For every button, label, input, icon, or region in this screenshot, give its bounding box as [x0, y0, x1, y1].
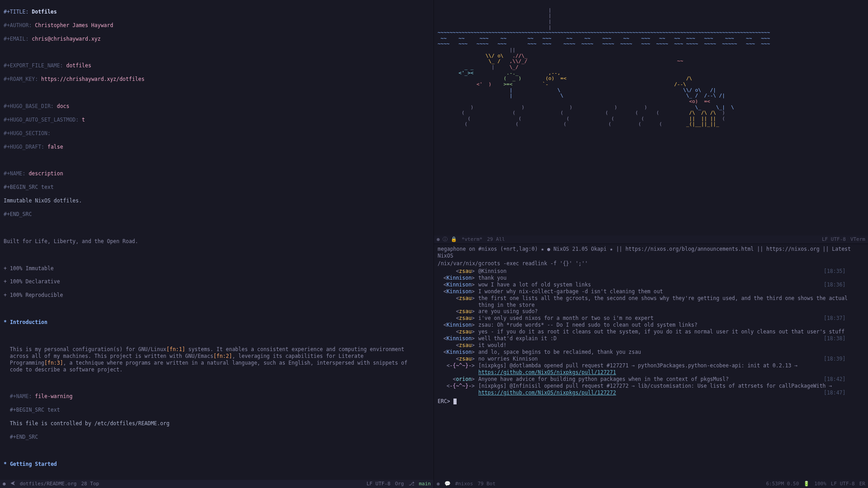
- battery-icon: 🔋: [803, 480, 810, 488]
- branch-icon: ⎇: [409, 480, 415, 488]
- dot-icon: ●: [437, 480, 440, 488]
- irc-pane[interactable]: megaphone on #nixos (+nrt,lag:0) ★ ● Nix…: [434, 244, 868, 488]
- buffer-name[interactable]: dotfiles/README.org: [20, 480, 77, 488]
- clock: 6:53PM 0.50: [766, 480, 799, 488]
- irc-topic: megaphone on #nixos (+nrt,lag:0) ★ ● Nix…: [438, 246, 864, 259]
- modeline-vterm[interactable]: ● ⓘ 🔒 *vterm* 29 All LF UTF-8 VTerm: [434, 235, 868, 244]
- chat-message: <-{~^~}->[nixpkgs] @Infinisil opened pul…: [438, 383, 864, 396]
- doc-title: Dotfiles: [32, 9, 57, 15]
- chat-message: <zsau>yes - if you do it as root it clea…: [438, 328, 864, 335]
- heading-getting-started[interactable]: Getting Started: [10, 461, 57, 467]
- pr-link[interactable]: https://github.com/NixOS/nixpkgs/pull/12…: [478, 369, 616, 375]
- modeline-icons: ● ⓘ 🔒: [437, 235, 457, 244]
- pr-link[interactable]: https://github.com/NixOS/nixpkgs/pull/12…: [478, 389, 616, 396]
- vterm-pane[interactable]: | | | | ~~~~~~~~~~~~~~~~~~~~~~~~~~~~~~~~…: [434, 0, 868, 244]
- vterm-buffer[interactable]: | | | | ~~~~~~~~~~~~~~~~~~~~~~~~~~~~~~~~…: [434, 0, 868, 235]
- chat-icon: 💬: [444, 480, 451, 488]
- chat-message: <zsau>are you using sudo?: [438, 308, 864, 315]
- buffer-name[interactable]: #nixos: [455, 480, 473, 488]
- org-editor-pane[interactable]: #+TITLE: Dotfiles #+AUTHOR: Christopher …: [0, 0, 434, 488]
- tagline: Built for Life, Liberty, and the Open Ro…: [4, 238, 430, 245]
- chat-message: <Kinnison>I wonder why nix-collect-garba…: [438, 288, 864, 295]
- footnote-2[interactable]: [fn:2]: [213, 353, 232, 359]
- chat-message: <Kinnison>zsau: Oh *rude words* -- Do I …: [438, 322, 864, 328]
- git-branch: main: [419, 480, 431, 488]
- chat-message: <Kinnison>well that'd explain it :D[18:3…: [438, 335, 864, 342]
- footnote-3[interactable]: [fn:3]: [44, 360, 63, 366]
- buffer-position: 28 Top: [81, 480, 99, 488]
- modeline-irc[interactable]: ● 💬 #nixos 79 Bot 6:53PM 0.50 🔋100% LF U…: [434, 480, 868, 488]
- back-icon[interactable]: ⮜: [10, 480, 15, 488]
- cursor-icon[interactable]: [453, 399, 457, 404]
- heading-introduction[interactable]: Introduction: [10, 319, 47, 325]
- chat-message: <zsau>@Kinnison[18:35]: [438, 268, 864, 275]
- erc-prompt: ERC>: [438, 398, 450, 404]
- chat-message: <zsau>the first one lists all the gcroot…: [438, 295, 864, 309]
- chat-message: <orion>Anyone have advice for building p…: [438, 376, 864, 383]
- buffer-name[interactable]: *vterm*: [462, 235, 482, 244]
- kw-title: #+TITLE:: [4, 9, 28, 15]
- chat-message: <Kinnison>and lo, space begins to be rec…: [438, 349, 864, 356]
- chat-message: <zsau>no worries Kinnison[18:39]: [438, 356, 864, 362]
- chat-message: <-{~^~}->[nixpkgs] @dotlambda opened pul…: [438, 362, 864, 376]
- chat-message: <Kinnison>wow I have a lot of old system…: [438, 282, 864, 288]
- chat-message: <zsau>i've only used nixos for a month o…: [438, 315, 864, 322]
- dot-icon: ●: [3, 480, 6, 488]
- chat-message: <zsau>it would!: [438, 342, 864, 349]
- irc-buffer[interactable]: megaphone on #nixos (+nrt,lag:0) ★ ● Nix…: [434, 244, 868, 480]
- org-buffer[interactable]: #+TITLE: Dotfiles #+AUTHOR: Christopher …: [0, 0, 434, 480]
- footnote-1[interactable]: [fn:1]: [166, 346, 185, 352]
- modeline-org[interactable]: ● ⮜ dotfiles/README.org 28 Top LF UTF-8 …: [0, 480, 434, 488]
- chat-message: <Kinnison>thank you: [438, 275, 864, 282]
